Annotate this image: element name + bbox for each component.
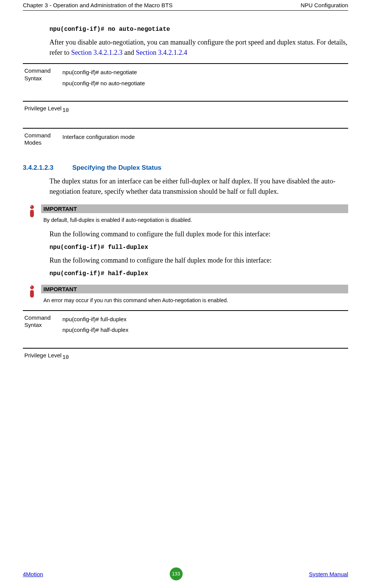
intro-and: and (123, 49, 136, 56)
section-para2: Run the following command to configure t… (49, 229, 348, 239)
def-label-priv: Privilege Level (23, 105, 62, 116)
header-right: NPU Configuration (301, 2, 348, 8)
def-value-syntax: npu(config-if)# auto-negotiate npu(confi… (62, 67, 348, 89)
def-value-modes: Interface configuration mode (62, 132, 348, 147)
def-label-syntax: Command Syntax (23, 314, 62, 336)
def-row-priv2: Privilege Level 10 (23, 348, 348, 370)
def-value-syntax: npu(config-if)# full-duplex npu(config-i… (62, 314, 348, 336)
def-value-priv: 10 (62, 105, 348, 116)
page-header: Chapter 3 - Operation and Administration… (23, 0, 348, 11)
section-heading: 3.4.2.1.2.3 Specifying the Duplex Status (23, 164, 348, 172)
def-row-syntax2: Command Syntax npu(config-if)# full-dupl… (23, 310, 348, 343)
section-para1: The duplex status for an interface can b… (49, 176, 348, 197)
svg-rect-1 (30, 210, 34, 217)
svg-point-3 (30, 285, 34, 289)
def-label-modes: Command Modes (23, 132, 62, 147)
link-section-34212-3[interactable]: Section 3.4.2.1.2.3 (71, 49, 123, 56)
section-para3: Run the following command to configure t… (49, 255, 348, 266)
syntax-line: npu(config-if)# auto-negotiate (62, 67, 348, 78)
page-number: 133 (170, 567, 183, 580)
def-label-priv: Privilege Level (23, 352, 62, 363)
code-line: npu(config-if)# half-duplex (49, 270, 348, 277)
link-section-34212-4[interactable]: Section 3.4.2.1.2.4 (136, 49, 187, 56)
def-value-priv: 10 (62, 352, 348, 363)
def-row-priv: Privilege Level 10 (23, 101, 348, 123)
svg-point-0 (30, 205, 34, 209)
code-line: npu(config-if)# no auto-negotiate (49, 26, 348, 33)
note-title: IMPORTANT (41, 204, 348, 213)
footer-manual-link[interactable]: System Manual (309, 571, 348, 577)
header-left: Chapter 3 - Operation and Administration… (23, 2, 173, 8)
note-title: IMPORTANT (41, 285, 348, 293)
intro-paragraph: After you disable auto-negotiation, you … (49, 37, 348, 58)
section-title: Specifying the Duplex Status (72, 164, 161, 172)
note-body: An error may occur if you run this comma… (41, 293, 348, 305)
code-line: npu(config-if)# full-duplex (49, 244, 348, 251)
footer-brand[interactable]: 4Motion (23, 571, 43, 577)
def-row-syntax: Command Syntax npu(config-if)# auto-nego… (23, 63, 348, 96)
important-note: IMPORTANT By default, full-duplex is ena… (23, 204, 348, 225)
syntax-line: npu(config-if)# no auto-negotiate (62, 78, 348, 89)
syntax-line: npu(config-if)# half-duplex (62, 325, 348, 336)
info-icon (23, 285, 41, 299)
svg-point-5 (30, 286, 32, 287)
def-label-syntax: Command Syntax (23, 67, 62, 89)
priv-value: 10 (62, 354, 69, 360)
note-body: By default, full-duplex is enabled if au… (41, 213, 348, 225)
info-icon (23, 204, 41, 219)
section-number: 3.4.2.1.2.3 (23, 164, 72, 172)
svg-point-2 (30, 206, 32, 207)
page-footer: 4Motion 133 System Manual (23, 567, 348, 580)
syntax-line: npu(config-if)# full-duplex (62, 314, 348, 325)
svg-rect-4 (30, 290, 34, 298)
important-note: IMPORTANT An error may occur if you run … (23, 285, 348, 305)
priv-value: 10 (62, 107, 69, 113)
def-row-modes: Command Modes Interface configuration mo… (23, 128, 348, 153)
